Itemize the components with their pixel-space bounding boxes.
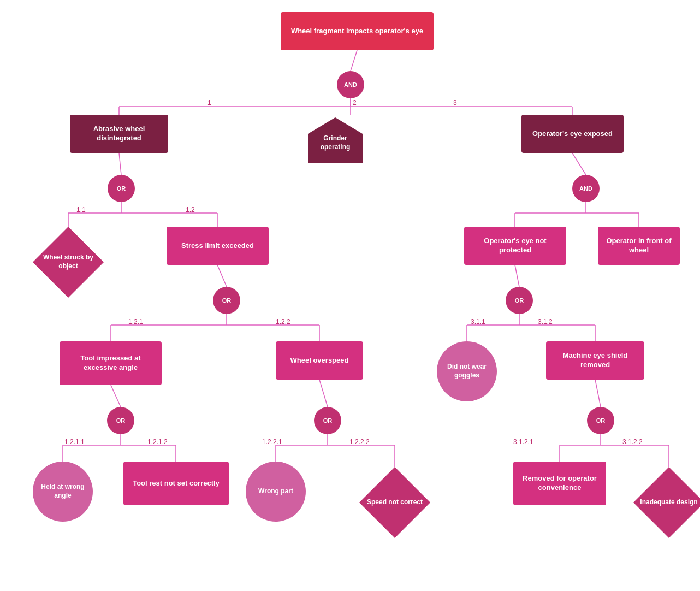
node-1-2-1-2-label: Tool rest not set correctly	[133, 479, 220, 488]
gate-and-3-label: AND	[579, 185, 592, 192]
node-3-1-2-1: Removed for operator convenience	[513, 462, 606, 505]
svg-line-32	[515, 265, 519, 287]
svg-text:1: 1	[207, 99, 211, 107]
svg-text:1.2.2.2: 1.2.2.2	[349, 438, 370, 446]
node-3: Operator's eye exposed	[521, 115, 624, 153]
node-1-2-1: Tool impressed at excessive angle	[60, 341, 162, 385]
gate-or-1-2-label: OR	[222, 297, 232, 304]
gate-or-1-2: OR	[213, 287, 240, 314]
svg-text:1.1: 1.1	[76, 206, 86, 214]
node-1-2-1-1: Held at wrong angle	[33, 462, 93, 522]
svg-line-0	[351, 50, 357, 71]
gate-and-top-label: AND	[344, 81, 357, 88]
node-3-label: Operator's eye exposed	[532, 129, 613, 139]
node-1-2-label: Stress limit exceeded	[181, 241, 254, 251]
node-1-2-2-label: Wheel overspeed	[290, 356, 349, 365]
svg-text:Grinder: Grinder	[323, 134, 347, 142]
node-3-1-2-2: Inadequate design	[633, 467, 700, 538]
node-3-2: Operator in front of wheel	[598, 227, 680, 265]
svg-text:2: 2	[353, 99, 357, 107]
node-3-2-label: Operator in front of wheel	[603, 237, 674, 255]
svg-line-48	[319, 380, 328, 407]
svg-text:1.2: 1.2	[186, 206, 195, 214]
gate-or-1-label: OR	[117, 185, 126, 192]
svg-text:3.1.2.1: 3.1.2.1	[513, 438, 533, 446]
svg-line-40	[111, 385, 121, 407]
node-3-1-2-2-label: Inadequate design	[640, 498, 697, 506]
svg-line-56	[595, 380, 601, 407]
gate-or-3-1-2-label: OR	[596, 417, 606, 424]
node-1: Abrasive wheel disintegrated	[70, 115, 168, 153]
node-3-1-1: Did not wear goggles	[437, 341, 497, 401]
root-event: Wheel fragment impacts operator's eye	[281, 12, 434, 50]
svg-text:3.1.2: 3.1.2	[538, 318, 553, 326]
node-3-1-label: Operator's eye not protected	[470, 237, 561, 255]
node-1-2-1-2: Tool rest not set correctly	[123, 462, 229, 505]
node-3-1-2-1-label: Removed for operator convenience	[519, 474, 601, 493]
gate-and-3: AND	[572, 175, 600, 202]
gate-or-1-2-2-label: OR	[323, 417, 333, 424]
node-3-1: Operator's eye not protected	[464, 227, 566, 265]
node-1-2-2-2-label: Speed not correct	[367, 498, 423, 506]
svg-text:3.1.2.2: 3.1.2.2	[622, 438, 643, 446]
node-1-2-2: Wheel overspeed	[276, 341, 363, 380]
node-3-1-1-label: Did not wear goggles	[437, 363, 497, 380]
svg-line-24	[217, 265, 227, 287]
node-1-2-2-2: Speed not correct	[359, 467, 430, 538]
svg-text:3.1.1: 3.1.1	[471, 318, 485, 326]
node-2: Grinder operating	[305, 115, 365, 164]
node-1-2-2-1-label: Wrong part	[258, 487, 293, 496]
node-1-2: Stress limit exceeded	[167, 227, 269, 265]
svg-text:1.2.1.1: 1.2.1.1	[64, 438, 85, 446]
gate-or-1-2-1: OR	[107, 407, 134, 434]
gate-or-3-1: OR	[506, 287, 533, 314]
node-1-1-label: Wheel struck by object	[43, 253, 93, 270]
gate-or-1: OR	[108, 175, 135, 202]
node-3-1-2-label: Machine eye shield removed	[551, 351, 639, 370]
svg-text:1.2.1.2: 1.2.1.2	[147, 438, 168, 446]
node-1-2-2-1: Wrong part	[246, 462, 306, 522]
node-1-2-1-label: Tool impressed at excessive angle	[65, 354, 156, 373]
gate-or-3-1-label: OR	[515, 297, 524, 304]
svg-text:3: 3	[453, 99, 457, 107]
svg-text:1.2.1: 1.2.1	[128, 318, 143, 326]
svg-text:1.2.2.1: 1.2.2.1	[262, 438, 282, 446]
svg-line-18	[572, 153, 586, 175]
gate-or-1-2-1-label: OR	[116, 417, 126, 424]
node-1-label: Abrasive wheel disintegrated	[76, 125, 162, 143]
svg-text:1.2.2: 1.2.2	[276, 318, 290, 326]
gate-or-3-1-2: OR	[587, 407, 614, 434]
node-1-1: Wheel struck by object	[33, 227, 104, 298]
node-3-1-2: Machine eye shield removed	[546, 341, 644, 380]
gate-or-1-2-2: OR	[314, 407, 341, 434]
node-1-2-1-1-label: Held at wrong angle	[33, 483, 93, 500]
root-label: Wheel fragment impacts operator's eye	[291, 27, 423, 36]
gate-and-top: AND	[337, 71, 364, 98]
svg-line-10	[119, 153, 121, 175]
svg-text:operating: operating	[321, 143, 351, 151]
